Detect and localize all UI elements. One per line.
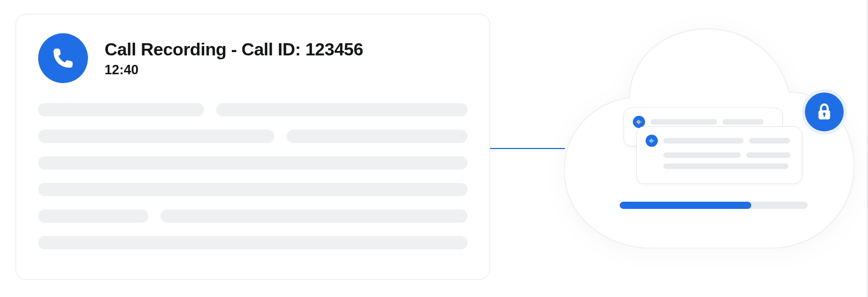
phone-icon — [38, 33, 88, 83]
skeleton-line — [38, 209, 148, 223]
skeleton-line — [38, 156, 467, 170]
skeleton-line — [651, 119, 717, 125]
svg-rect-2 — [824, 115, 825, 117]
cloud-mini-card-front — [636, 126, 802, 184]
call-recording-card: Call Recording - Call ID: 123456 12:40 — [15, 14, 490, 280]
skeleton-line — [216, 103, 467, 116]
card-title-block: Call Recording - Call ID: 123456 12:40 — [105, 39, 363, 78]
upload-progress-fill — [620, 202, 751, 209]
connector-line — [490, 148, 565, 149]
call-duration: 12:40 — [105, 62, 363, 78]
skeleton-line — [749, 138, 790, 144]
skeleton-line — [160, 209, 467, 223]
skeleton-line — [38, 130, 274, 143]
lock-icon — [802, 89, 847, 135]
skeleton-line — [663, 138, 744, 144]
skeleton-line — [723, 119, 763, 125]
card-header: Call Recording - Call ID: 123456 12:40 — [38, 33, 467, 83]
audio-wave-icon — [646, 135, 658, 147]
skeleton-line — [38, 236, 467, 249]
cloud-storage-illustration — [564, 27, 854, 257]
transcript-placeholder — [38, 103, 467, 249]
skeleton-line — [746, 152, 791, 158]
skeleton-line — [663, 163, 788, 169]
skeleton-line — [287, 130, 467, 143]
card-title: Call Recording - Call ID: 123456 — [105, 39, 363, 60]
upload-progress-bar — [620, 202, 808, 209]
skeleton-line — [663, 152, 741, 158]
skeleton-line — [38, 103, 204, 116]
skeleton-line — [38, 183, 467, 196]
